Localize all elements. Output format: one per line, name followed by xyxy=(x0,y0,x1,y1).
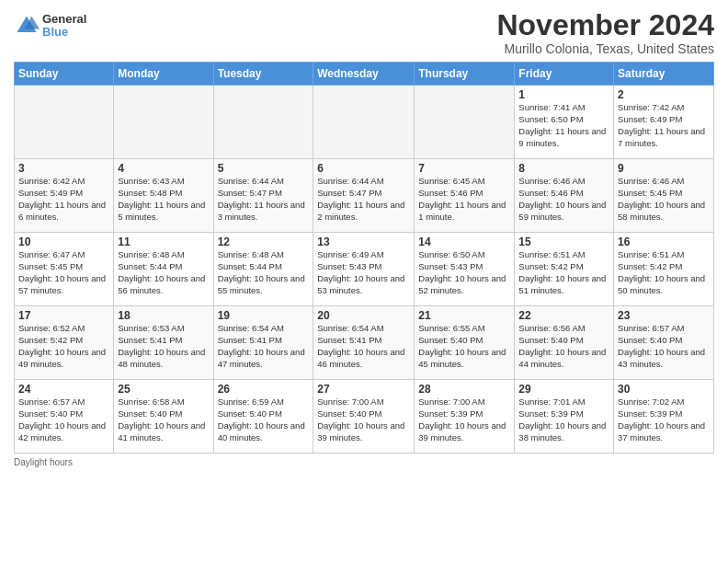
day-number: 9 xyxy=(618,162,710,175)
day-number: 17 xyxy=(18,309,109,322)
day-info: Sunrise: 6:43 AM Sunset: 5:48 PM Dayligh… xyxy=(118,176,209,223)
calendar-cell: 18Sunrise: 6:53 AM Sunset: 5:41 PM Dayli… xyxy=(114,306,213,380)
day-number: 22 xyxy=(518,309,609,322)
day-info: Sunrise: 6:47 AM Sunset: 5:45 PM Dayligh… xyxy=(18,249,109,296)
day-number: 12 xyxy=(218,236,310,248)
weekday-header-saturday: Saturday xyxy=(614,63,714,86)
calendar-cell: 14Sunrise: 6:50 AM Sunset: 5:43 PM Dayli… xyxy=(415,233,515,306)
day-info: Sunrise: 7:00 AM Sunset: 5:40 PM Dayligh… xyxy=(317,396,410,443)
day-info: Sunrise: 6:46 AM Sunset: 5:45 PM Dayligh… xyxy=(618,176,710,223)
day-info: Sunrise: 6:59 AM Sunset: 5:40 PM Dayligh… xyxy=(218,396,310,443)
day-number: 21 xyxy=(418,309,510,322)
day-info: Sunrise: 6:45 AM Sunset: 5:46 PM Dayligh… xyxy=(418,176,510,223)
day-number: 27 xyxy=(317,383,410,396)
calendar-cell: 3Sunrise: 6:42 AM Sunset: 5:49 PM Daylig… xyxy=(15,159,114,233)
weekday-header-tuesday: Tuesday xyxy=(213,63,313,86)
calendar-cell: 10Sunrise: 6:47 AM Sunset: 5:45 PM Dayli… xyxy=(15,233,114,306)
day-info: Sunrise: 6:48 AM Sunset: 5:44 PM Dayligh… xyxy=(218,249,310,296)
day-number: 16 xyxy=(618,236,710,248)
title-block: November 2024 Murillo Colonia, Texas, Un… xyxy=(496,9,714,56)
day-number: 8 xyxy=(518,162,609,175)
weekday-header-wednesday: Wednesday xyxy=(313,63,415,86)
calendar-cell: 12Sunrise: 6:48 AM Sunset: 5:44 PM Dayli… xyxy=(213,233,313,306)
day-info: Sunrise: 6:54 AM Sunset: 5:41 PM Dayligh… xyxy=(218,323,310,370)
calendar-cell: 23Sunrise: 6:57 AM Sunset: 5:40 PM Dayli… xyxy=(614,306,714,380)
calendar-cell: 17Sunrise: 6:52 AM Sunset: 5:42 PM Dayli… xyxy=(15,306,114,380)
day-number: 3 xyxy=(18,162,109,175)
day-number: 29 xyxy=(518,383,609,396)
day-info: Sunrise: 6:44 AM Sunset: 5:47 PM Dayligh… xyxy=(317,176,410,223)
day-info: Sunrise: 6:53 AM Sunset: 5:41 PM Dayligh… xyxy=(118,323,209,370)
day-info: Sunrise: 6:57 AM Sunset: 5:40 PM Dayligh… xyxy=(18,396,109,443)
day-info: Sunrise: 6:49 AM Sunset: 5:43 PM Dayligh… xyxy=(317,249,410,296)
logo-icon xyxy=(14,13,40,39)
day-number: 14 xyxy=(418,236,510,248)
calendar-cell: 24Sunrise: 6:57 AM Sunset: 5:40 PM Dayli… xyxy=(15,380,114,454)
weekday-header-sunday: Sunday xyxy=(15,63,114,86)
page-container: General Blue November 2024 Murillo Colon… xyxy=(0,0,728,472)
calendar-cell: 7Sunrise: 6:45 AM Sunset: 5:46 PM Daylig… xyxy=(415,159,515,233)
calendar-cell: 15Sunrise: 6:51 AM Sunset: 5:42 PM Dayli… xyxy=(515,233,614,306)
calendar-cell: 20Sunrise: 6:54 AM Sunset: 5:41 PM Dayli… xyxy=(313,306,415,380)
calendar-week-2: 3Sunrise: 6:42 AM Sunset: 5:49 PM Daylig… xyxy=(15,159,714,233)
calendar-week-3: 10Sunrise: 6:47 AM Sunset: 5:45 PM Dayli… xyxy=(15,233,714,306)
header: General Blue November 2024 Murillo Colon… xyxy=(14,9,714,56)
day-info: Sunrise: 6:42 AM Sunset: 5:49 PM Dayligh… xyxy=(18,176,109,223)
day-info: Sunrise: 6:56 AM Sunset: 5:40 PM Dayligh… xyxy=(518,323,609,370)
day-number: 4 xyxy=(118,162,209,175)
calendar-cell: 22Sunrise: 6:56 AM Sunset: 5:40 PM Dayli… xyxy=(515,306,614,380)
calendar-cell: 8Sunrise: 6:46 AM Sunset: 5:46 PM Daylig… xyxy=(515,159,614,233)
calendar-table: SundayMondayTuesdayWednesdayThursdayFrid… xyxy=(14,62,714,454)
day-number: 24 xyxy=(18,383,109,396)
day-info: Sunrise: 7:41 AM Sunset: 6:50 PM Dayligh… xyxy=(518,102,609,149)
weekday-header-thursday: Thursday xyxy=(415,63,515,86)
calendar-cell: 11Sunrise: 6:48 AM Sunset: 5:44 PM Dayli… xyxy=(114,233,213,306)
calendar-cell xyxy=(313,86,415,159)
logo-general: General xyxy=(42,13,86,26)
calendar-cell: 16Sunrise: 6:51 AM Sunset: 5:42 PM Dayli… xyxy=(614,233,714,306)
calendar-cell: 4Sunrise: 6:43 AM Sunset: 5:48 PM Daylig… xyxy=(114,159,213,233)
location: Murillo Colonia, Texas, United States xyxy=(496,41,714,56)
day-info: Sunrise: 7:00 AM Sunset: 5:39 PM Dayligh… xyxy=(418,396,510,443)
day-number: 25 xyxy=(118,383,209,396)
month-title: November 2024 xyxy=(496,9,714,41)
day-number: 10 xyxy=(18,236,109,248)
day-number: 23 xyxy=(618,309,710,322)
weekday-header-friday: Friday xyxy=(515,63,614,86)
day-info: Sunrise: 6:51 AM Sunset: 5:42 PM Dayligh… xyxy=(518,249,609,296)
day-info: Sunrise: 6:48 AM Sunset: 5:44 PM Dayligh… xyxy=(118,249,209,296)
calendar-cell: 26Sunrise: 6:59 AM Sunset: 5:40 PM Dayli… xyxy=(213,380,313,454)
day-info: Sunrise: 6:46 AM Sunset: 5:46 PM Dayligh… xyxy=(518,176,609,223)
day-number: 26 xyxy=(218,383,310,396)
logo-text: General Blue xyxy=(42,13,86,40)
calendar-cell: 9Sunrise: 6:46 AM Sunset: 5:45 PM Daylig… xyxy=(614,159,714,233)
calendar-cell xyxy=(213,86,313,159)
calendar-week-4: 17Sunrise: 6:52 AM Sunset: 5:42 PM Dayli… xyxy=(15,306,714,380)
logo-blue: Blue xyxy=(42,26,86,39)
day-info: Sunrise: 6:44 AM Sunset: 5:47 PM Dayligh… xyxy=(218,176,310,223)
calendar-week-1: 1Sunrise: 7:41 AM Sunset: 6:50 PM Daylig… xyxy=(15,86,714,159)
calendar-cell: 13Sunrise: 6:49 AM Sunset: 5:43 PM Dayli… xyxy=(313,233,415,306)
day-number: 20 xyxy=(317,309,410,322)
day-number: 18 xyxy=(118,309,209,322)
weekday-header-monday: Monday xyxy=(114,63,213,86)
calendar-cell: 28Sunrise: 7:00 AM Sunset: 5:39 PM Dayli… xyxy=(415,380,515,454)
day-info: Sunrise: 7:42 AM Sunset: 6:49 PM Dayligh… xyxy=(618,102,710,149)
footer-note: Daylight hours xyxy=(14,457,714,467)
day-info: Sunrise: 7:01 AM Sunset: 5:39 PM Dayligh… xyxy=(518,396,609,443)
day-number: 19 xyxy=(218,309,310,322)
calendar-cell: 30Sunrise: 7:02 AM Sunset: 5:39 PM Dayli… xyxy=(614,380,714,454)
day-number: 11 xyxy=(118,236,209,248)
day-number: 1 xyxy=(518,88,609,101)
day-info: Sunrise: 7:02 AM Sunset: 5:39 PM Dayligh… xyxy=(618,396,710,443)
calendar-cell xyxy=(15,86,114,159)
day-number: 2 xyxy=(618,88,710,101)
day-info: Sunrise: 6:51 AM Sunset: 5:42 PM Dayligh… xyxy=(618,249,710,296)
calendar-cell: 5Sunrise: 6:44 AM Sunset: 5:47 PM Daylig… xyxy=(213,159,313,233)
calendar-cell: 6Sunrise: 6:44 AM Sunset: 5:47 PM Daylig… xyxy=(313,159,415,233)
day-number: 6 xyxy=(317,162,410,175)
day-number: 5 xyxy=(218,162,310,175)
day-info: Sunrise: 6:55 AM Sunset: 5:40 PM Dayligh… xyxy=(418,323,510,370)
day-number: 7 xyxy=(418,162,510,175)
weekday-header-row: SundayMondayTuesdayWednesdayThursdayFrid… xyxy=(15,63,714,86)
